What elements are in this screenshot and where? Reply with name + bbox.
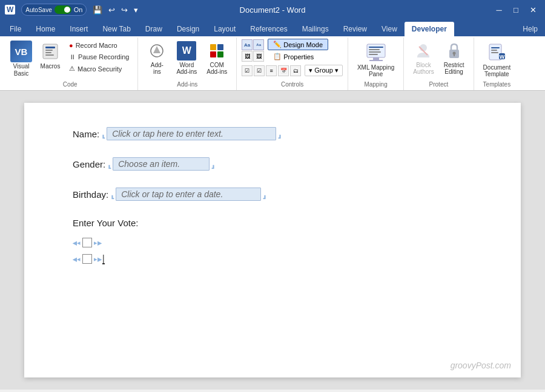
- controls-bottom-row: ☑ ☑ ≡ 📅 🗂 ▾ Group ▾: [242, 65, 343, 76]
- macros-icon: [39, 41, 61, 62]
- birthday-bracket-right: ⸥: [262, 189, 266, 200]
- properties-icon: 📋: [273, 53, 282, 60]
- macros-button[interactable]: Macros: [36, 39, 64, 71]
- tab-file[interactable]: File: [2, 22, 28, 36]
- svg-rect-8: [217, 44, 223, 50]
- controls-top-row: Aa Aa 🖼 🖼 ✏️ Design Mode 📋 Proper: [242, 39, 328, 62]
- autosave-toggle[interactable]: [54, 5, 71, 14]
- pause-icon: ⏸: [69, 53, 76, 60]
- cb2-bracket-right: ▸: [97, 255, 102, 264]
- close-button[interactable]: ✕: [526, 2, 540, 17]
- redo-button[interactable]: ↪: [119, 4, 130, 16]
- pause-recording-label: Pause Recording: [78, 53, 129, 60]
- tab-review[interactable]: Review: [336, 22, 374, 36]
- checkbox-control2-button[interactable]: ☑: [254, 65, 265, 76]
- controls-items: Aa Aa 🖼 🖼 ✏️ Design Mode 📋 Proper: [242, 39, 343, 80]
- macro-security-label: Macro Security: [78, 65, 122, 73]
- datepicker-control-button[interactable]: 📅: [278, 65, 289, 76]
- checkbox-1[interactable]: [82, 238, 92, 247]
- tab-references[interactable]: References: [243, 22, 294, 36]
- aa-large-button[interactable]: Aa: [242, 39, 253, 50]
- design-mode-icon: ✏️: [273, 41, 282, 48]
- document-page: Name: ⸤ Click or tap here to enter text.…: [24, 103, 521, 377]
- title-bar-left: W AutoSave On 💾 ↩ ↪ ▾: [5, 4, 140, 16]
- tab-newtab[interactable]: New Tab: [95, 22, 137, 36]
- group-button[interactable]: ▾ Group ▾: [305, 65, 343, 76]
- name-input[interactable]: Click or tap here to enter text.: [107, 127, 276, 140]
- name-bracket-left: ⸤: [102, 128, 105, 140]
- window-controls: ─ □ ✕: [492, 2, 540, 17]
- pause-recording-button[interactable]: ⏸ Pause Recording: [65, 51, 133, 62]
- xml-mapping-button[interactable]: XML Mapping Pane: [353, 39, 398, 80]
- autosave-badge: AutoSave On: [21, 4, 87, 16]
- svg-marker-6: [153, 46, 160, 53]
- tab-layout[interactable]: Layout: [206, 22, 243, 36]
- templates-items: W Document Template: [479, 39, 515, 80]
- name-field-row: Name: ⸤ Click or tap here to enter text.…: [73, 127, 472, 140]
- birthday-input[interactable]: Click or tap to enter a date.: [116, 188, 261, 201]
- block-authors-button[interactable]: Block Authors: [409, 39, 438, 77]
- tab-insert[interactable]: Insert: [62, 22, 95, 36]
- macro-security-button[interactable]: ⚠ Macro Security: [65, 63, 133, 74]
- undo-button[interactable]: ↩: [106, 4, 117, 16]
- svg-rect-24: [491, 47, 500, 48]
- gender-bracket-left: ⸤: [108, 158, 111, 170]
- listbox-control-button[interactable]: ≡: [266, 65, 277, 76]
- tab-bar: File Home Insert New Tab Draw Design Lay…: [0, 19, 545, 36]
- aa-small-button[interactable]: Aa: [253, 39, 264, 50]
- customize-button[interactable]: ▾: [131, 4, 140, 16]
- mapping-items: XML Mapping Pane: [353, 39, 398, 80]
- gender-bracket-right: ⸥: [211, 158, 214, 170]
- tab-mailings[interactable]: Mailings: [295, 22, 336, 36]
- save-button[interactable]: 💾: [90, 4, 105, 16]
- window-title: Document2 - Word: [240, 5, 306, 15]
- tab-home[interactable]: Home: [28, 22, 62, 36]
- birthday-bracket-left: ⸤: [111, 189, 114, 200]
- protect-group-label: Protect: [429, 80, 449, 89]
- block-authors-icon: [414, 41, 433, 60]
- record-macro-button[interactable]: ● Record Macro: [65, 40, 133, 51]
- addins-button[interactable]: Add-ins: [143, 39, 171, 77]
- code-group-label: Code: [63, 80, 78, 89]
- tab-developer[interactable]: Developer: [405, 22, 454, 36]
- checkbox-row-1: ◂ ◂ ▸ ▸: [73, 238, 472, 247]
- document-template-icon: W: [486, 41, 507, 63]
- cb2-bracket-left: ◂: [73, 255, 77, 264]
- group-addins: Add-ins W WordAdd-ins: [138, 38, 237, 90]
- maximize-button[interactable]: □: [509, 2, 523, 17]
- addins-label: Add-ins: [151, 62, 164, 75]
- document-template-button[interactable]: W Document Template: [479, 39, 515, 80]
- com-addins-button[interactable]: COMAdd-ins: [202, 39, 231, 77]
- group-protect: Block Authors Restrict Editing Protect: [404, 38, 474, 90]
- checkbox-2[interactable]: [82, 254, 92, 264]
- tab-view[interactable]: View: [374, 22, 405, 36]
- tab-draw[interactable]: Draw: [138, 22, 170, 36]
- mapping-group-label: Mapping: [364, 80, 387, 89]
- code-small-buttons: ● Record Macro ⏸ Pause Recording ⚠ Macro…: [65, 39, 133, 76]
- tab-design[interactable]: Design: [170, 22, 206, 36]
- xml-mapping-label: XML Mapping Pane: [357, 64, 394, 77]
- block-authors-label: Block Authors: [413, 62, 434, 75]
- warning-icon: ⚠: [69, 65, 75, 73]
- tab-help[interactable]: Help: [515, 22, 545, 36]
- design-mode-label: Design Mode: [283, 41, 323, 48]
- image-control-button[interactable]: 🖼: [242, 51, 253, 62]
- cb2-left-arrow: ◂: [77, 255, 81, 263]
- gender-field-row: Gender: ⸤ Choose an item. ⸥: [73, 157, 472, 171]
- restrict-editing-button[interactable]: Restrict Editing: [440, 39, 469, 77]
- building-block-control-button[interactable]: 🗂: [290, 65, 301, 76]
- svg-rect-0: [43, 44, 58, 59]
- visual-basic-button[interactable]: VB VisualBasic: [7, 39, 35, 79]
- name-control: ⸤ Click or tap here to enter text. ⸥: [102, 127, 281, 140]
- properties-button[interactable]: 📋 Properties: [268, 51, 328, 62]
- minimize-button[interactable]: ─: [492, 2, 506, 17]
- design-mode-button[interactable]: ✏️ Design Mode: [268, 39, 328, 50]
- birthday-label: Birthday:: [73, 189, 108, 200]
- word-addins-button[interactable]: W WordAdd-ins: [172, 39, 201, 77]
- svg-text:W: W: [500, 54, 505, 60]
- svg-point-21: [452, 52, 455, 55]
- checkbox-control1-button[interactable]: ☑: [242, 65, 253, 76]
- gender-input[interactable]: Choose an item.: [113, 157, 210, 171]
- image-control2-button[interactable]: 🖼: [253, 51, 264, 62]
- word-addins-label: WordAdd-ins: [176, 62, 197, 75]
